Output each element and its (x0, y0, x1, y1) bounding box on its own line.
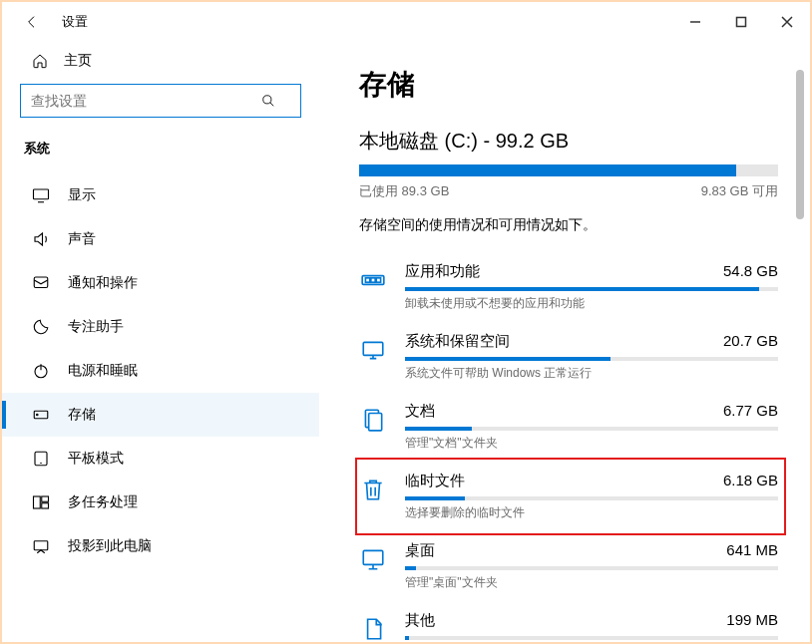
sidebar-item-label: 多任务处理 (68, 493, 138, 511)
used-label: 已使用 89.3 GB (359, 182, 449, 200)
home-icon (32, 53, 48, 69)
arrow-left-icon (24, 14, 40, 30)
free-label: 9.83 GB 可用 (701, 182, 778, 200)
app-title: 设置 (62, 13, 88, 31)
sidebar: 主页 系统 显示 声音 通知和操作 专注助手 (2, 42, 319, 642)
sidebar-item-display[interactable]: 显示 (2, 173, 319, 217)
svg-rect-9 (42, 496, 49, 501)
sidebar-item-power[interactable]: 电源和睡眠 (2, 349, 319, 393)
sidebar-item-multitask[interactable]: 多任务处理 (2, 481, 319, 524)
sidebar-item-label: 投影到此电脑 (68, 537, 152, 555)
maximize-icon (735, 16, 747, 28)
maximize-button[interactable] (718, 4, 764, 40)
scrollbar-thumb[interactable] (796, 70, 804, 219)
sidebar-item-label: 专注助手 (68, 318, 124, 336)
titlebar: 设置 (2, 2, 810, 42)
back-button[interactable] (20, 10, 44, 34)
display-icon (32, 186, 50, 204)
category-list: 应用和功能54.8 GB 卸载未使用或不想要的应用和功能 系统和保留空间20.7… (359, 252, 770, 642)
category-other[interactable]: 其他199 MB (359, 601, 782, 642)
svg-rect-19 (363, 550, 383, 564)
sidebar-item-label: 显示 (68, 186, 96, 204)
page-title: 存储 (359, 66, 770, 104)
category-documents[interactable]: 文档6.77 GB 管理"文档"文件夹 (359, 392, 782, 462)
sidebar-item-label: 平板模式 (68, 450, 124, 468)
sidebar-item-focus-assist[interactable]: 专注助手 (2, 305, 319, 349)
category-size: 6.77 GB (723, 402, 778, 421)
category-size: 20.7 GB (723, 332, 778, 351)
notification-icon (32, 274, 50, 292)
other-icon (359, 615, 387, 642)
window-controls (672, 4, 810, 40)
sidebar-item-label: 通知和操作 (68, 274, 138, 292)
trash-icon (359, 476, 387, 503)
close-icon (781, 16, 793, 28)
sidebar-section-label: 系统 (2, 126, 319, 163)
home-label: 主页 (64, 52, 92, 70)
svg-rect-13 (365, 278, 369, 282)
svg-rect-2 (34, 189, 49, 199)
sound-icon (32, 230, 50, 248)
category-sub: 选择要删除的临时文件 (405, 504, 778, 521)
category-sub: 系统文件可帮助 Windows 正常运行 (405, 365, 778, 382)
svg-rect-15 (376, 278, 380, 282)
minimize-button[interactable] (672, 4, 718, 40)
svg-rect-10 (42, 503, 49, 508)
documents-icon (359, 406, 387, 434)
category-name: 其他 (405, 611, 435, 630)
sidebar-item-sound[interactable]: 声音 (2, 217, 319, 261)
content-scrollbar[interactable] (796, 70, 804, 389)
svg-rect-16 (363, 342, 383, 355)
sidebar-item-notifications[interactable]: 通知和操作 (2, 261, 319, 305)
category-sub: 管理"桌面"文件夹 (405, 574, 778, 591)
category-name: 应用和功能 (405, 262, 480, 281)
sidebar-item-label: 存储 (68, 406, 96, 424)
sidebar-item-label: 声音 (68, 230, 96, 248)
category-system[interactable]: 系统和保留空间20.7 GB 系统文件可帮助 Windows 正常运行 (359, 322, 782, 392)
project-icon (32, 537, 50, 555)
category-name: 桌面 (405, 541, 435, 560)
disk-usage-bar (359, 164, 778, 176)
category-size: 199 MB (726, 611, 778, 630)
svg-rect-8 (34, 496, 41, 508)
category-name: 临时文件 (405, 472, 465, 490)
minimize-icon (689, 16, 701, 28)
category-sub: 管理"文档"文件夹 (405, 435, 778, 452)
disk-title: 本地磁盘 (C:) - 99.2 GB (359, 128, 770, 155)
close-button[interactable] (764, 4, 810, 40)
sidebar-item-project[interactable]: 投影到此电脑 (2, 524, 319, 568)
category-name: 文档 (405, 402, 435, 421)
category-name: 系统和保留空间 (405, 332, 510, 351)
category-sub: 卸载未使用或不想要的应用和功能 (405, 295, 778, 312)
storage-description: 存储空间的使用情况和可用情况如下。 (359, 216, 770, 234)
sidebar-item-storage[interactable]: 存储 (2, 393, 319, 437)
svg-rect-18 (369, 414, 382, 431)
category-desktop[interactable]: 桌面641 MB 管理"桌面"文件夹 (359, 531, 782, 601)
svg-rect-11 (34, 541, 48, 550)
multitask-icon (32, 493, 50, 511)
focus-icon (32, 318, 50, 336)
search-icon (261, 94, 275, 108)
svg-point-1 (263, 96, 271, 104)
tablet-icon (32, 450, 50, 468)
svg-rect-0 (737, 18, 746, 27)
svg-point-6 (37, 414, 39, 416)
disk-usage-fill (359, 164, 736, 176)
content-panel: 存储 本地磁盘 (C:) - 99.2 GB 已使用 89.3 GB 9.83 … (319, 42, 810, 642)
svg-rect-14 (371, 278, 375, 282)
home-nav[interactable]: 主页 (2, 42, 319, 80)
category-apps[interactable]: 应用和功能54.8 GB 卸载未使用或不想要的应用和功能 (359, 252, 782, 322)
search-input[interactable] (20, 84, 301, 118)
category-size: 641 MB (726, 541, 778, 560)
category-size: 54.8 GB (723, 262, 778, 281)
apps-icon (359, 266, 387, 294)
category-size: 6.18 GB (723, 472, 778, 490)
sidebar-item-label: 电源和睡眠 (68, 362, 138, 380)
search-box (20, 84, 301, 118)
system-icon (359, 336, 387, 364)
category-temp-files[interactable]: 临时文件6.18 GB 选择要删除的临时文件 (359, 462, 782, 531)
power-icon (32, 362, 50, 380)
sidebar-nav: 显示 声音 通知和操作 专注助手 电源和睡眠 存储 (2, 163, 319, 568)
sidebar-item-tablet[interactable]: 平板模式 (2, 437, 319, 481)
svg-rect-3 (34, 277, 48, 288)
